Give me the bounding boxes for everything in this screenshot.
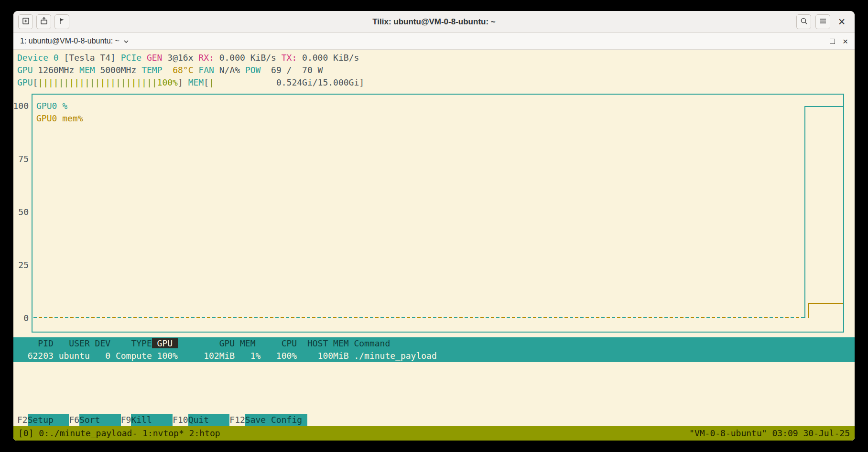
gpu-clock-value: 1260MHz	[38, 65, 79, 75]
y-tick-0: 0	[23, 312, 29, 324]
y-tick-75: 75	[18, 153, 29, 165]
tmux-status-bar: [0] 0:./minute_payload- 1:nvtop* 2:htop …	[13, 426, 855, 441]
legend-gpu-percent: GPU0 %	[36, 100, 83, 112]
search-button[interactable]	[796, 14, 811, 29]
y-tick-50: 50	[18, 206, 29, 218]
mem-bar-close-bracket: ]	[359, 77, 364, 87]
rx-value: 0.000 KiB/s	[219, 53, 282, 63]
fan-label: FAN	[198, 65, 219, 75]
sort-column-gpu[interactable]: GPU	[152, 338, 178, 348]
gpu-bar-open-bracket: [	[33, 77, 38, 87]
tilix-window: Tilix: ubuntu@VM-0-8-ubuntu: ~ × 1: ubun…	[13, 11, 855, 441]
mem-clock-value: 5000MHz	[100, 65, 141, 75]
fn-key-f12: F12	[229, 415, 245, 425]
tabbar: 1: ubuntu@VM-0-8-ubuntu: ~ ×	[13, 33, 855, 50]
gpu-utilization-chart: GPU0 % GPU0 mem%	[32, 94, 844, 333]
device-name: [Tesla T4]	[59, 53, 121, 63]
tmux-window-list[interactable]: [0] 0:./minute_payload- 1:nvtop* 2:htop	[18, 427, 220, 440]
chart-legend: GPU0 % GPU0 mem%	[36, 100, 83, 125]
fn-save-config-button[interactable]: Save Config	[245, 414, 307, 426]
function-key-bar: F2SetupF6SortF9KillF10QuitF12Save Config	[13, 414, 855, 426]
pcie-label: PCIe	[121, 53, 147, 63]
close-window-button[interactable]: ×	[835, 14, 849, 29]
gpu-bar-label: GPU	[17, 77, 33, 87]
rx-label: RX:	[198, 53, 219, 63]
tab-close-icon[interactable]: ×	[843, 37, 848, 46]
temp-value: 68°C	[167, 65, 198, 75]
mem-bar-label: MEM	[188, 77, 204, 87]
fan-value: N/A%	[219, 65, 245, 75]
tab-right-controls: ×	[830, 37, 848, 46]
y-tick-100: 100	[13, 100, 29, 112]
fn-quit-button[interactable]: Quit	[188, 414, 230, 426]
window-title: Tilix: ubuntu@VM-0-8-ubuntu: ~	[13, 11, 855, 32]
fn-key-f6: F6	[69, 415, 79, 425]
hamburger-menu-icon	[819, 17, 827, 27]
fn-sort-button[interactable]: Sort	[79, 414, 121, 426]
temp-label: TEMP	[141, 65, 167, 75]
mem-bar-value: 0.524Gi/15.000Gi	[214, 77, 359, 87]
terminal[interactable]: Device 0 [Tesla T4] PCIe GEN 3@16x RX: 0…	[13, 50, 855, 441]
mem-bar-open-bracket: [	[204, 77, 209, 87]
mem-bar-fill: |	[209, 77, 214, 87]
chevron-down-icon	[123, 37, 129, 45]
tab-label: 1: ubuntu@VM-0-8-ubuntu: ~	[20, 37, 119, 45]
device-label: Device 0	[17, 53, 59, 63]
titlebar[interactable]: Tilix: ubuntu@VM-0-8-ubuntu: ~ ×	[13, 11, 855, 33]
legend-gpu-mem-percent: GPU0 mem%	[36, 112, 83, 125]
tx-value: 0.000 KiB/s	[302, 53, 359, 63]
tmux-host-and-clock: "VM-0-8-ubuntu" 03:09 30-Jul-25	[689, 427, 850, 440]
fn-key-f9: F9	[121, 415, 131, 425]
y-tick-25: 25	[18, 259, 29, 271]
mem-clock-label: MEM	[79, 65, 100, 75]
gpu-clock-label: GPU	[17, 65, 38, 75]
fn-key-f10: F10	[173, 415, 188, 425]
process-row[interactable]: 62203 ubuntu 0 Compute 100% 102MiB 1% 10…	[13, 350, 855, 362]
pow-label: POW	[245, 65, 266, 75]
header-left-columns: PID USER DEV TYPE	[17, 338, 152, 348]
gpu-bar-close-bracket: ]	[178, 77, 188, 87]
titlebar-right-buttons: ×	[796, 14, 849, 29]
header-right-columns: GPU MEM CPU HOST MEM Command	[178, 338, 390, 348]
maximize-terminal-icon[interactable]	[830, 39, 835, 44]
gen-value: 3@16x	[167, 53, 198, 63]
fn-setup-button[interactable]: Setup	[28, 414, 69, 426]
chart-y-axis: 100 75 50 25 0	[13, 106, 30, 318]
chart-plot: GPU0 % GPU0 mem%	[33, 106, 843, 318]
tx-label: TX:	[282, 53, 302, 63]
gen-label: GEN	[147, 53, 167, 63]
process-table-header: PID USER DEV TYPE GPU GPU MEM CPU HOST M…	[13, 337, 855, 350]
gpu-bar-fill: |||||||||||||||||||||||100%	[38, 77, 178, 87]
pow-value: 69 / 70 W	[266, 65, 323, 75]
utilization-bars-line: GPU[|||||||||||||||||||||||100%] MEM[| 0…	[13, 76, 855, 89]
device-info-line: Device 0 [Tesla T4] PCIe GEN 3@16x RX: 0…	[13, 52, 855, 64]
close-icon: ×	[838, 15, 846, 29]
fn-key-f2: F2	[17, 415, 28, 425]
clocks-line: GPU 1260MHz MEM 5000MHz TEMP 68°C FAN N/…	[13, 64, 855, 76]
menu-button[interactable]	[815, 14, 830, 29]
tab-session-1[interactable]: 1: ubuntu@VM-0-8-ubuntu: ~	[20, 37, 129, 45]
fn-kill-button[interactable]: Kill	[131, 414, 173, 426]
search-icon	[800, 17, 808, 27]
